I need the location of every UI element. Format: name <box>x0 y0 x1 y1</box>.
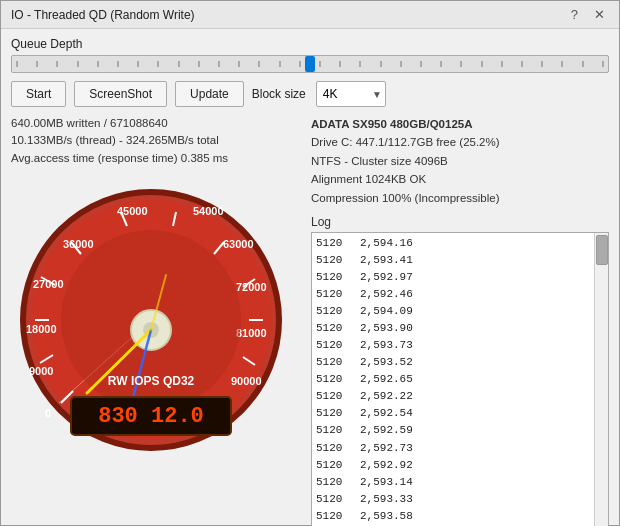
log-col-value: 2,592.46 <box>360 286 413 303</box>
content-area: Queue Depth Start Scr <box>1 29 619 526</box>
svg-text:0: 0 <box>45 407 51 419</box>
svg-text:90000: 90000 <box>231 375 262 387</box>
log-row: 51202,594.09 <box>316 303 604 320</box>
log-col-value: 2,593.41 <box>360 252 413 269</box>
block-size-select[interactable]: 4K 512B 1K 2K 8K 16K 32K 64K 128K 256K 5… <box>316 81 386 107</box>
log-col-iops: 5120 <box>316 491 352 508</box>
log-col-iops: 5120 <box>316 337 352 354</box>
log-row: 51202,593.33 <box>316 491 604 508</box>
help-button[interactable]: ? <box>567 7 582 22</box>
log-col-value: 2,592.54 <box>360 405 413 422</box>
log-col-iops: 5120 <box>316 354 352 371</box>
queue-slider-thumb[interactable] <box>305 56 315 72</box>
start-button[interactable]: Start <box>11 81 66 107</box>
block-size-wrapper: 4K 512B 1K 2K 8K 16K 32K 64K 128K 256K 5… <box>316 81 386 107</box>
device-info: ADATA SX950 480GB/Q0125A Drive C: 447.1/… <box>311 115 609 207</box>
log-row: 51202,592.54 <box>316 405 604 422</box>
gauge-area: 640.00MB written / 671088640 10.133MB/s … <box>11 115 301 526</box>
log-row: 51202,592.46 <box>316 286 604 303</box>
log-col-iops: 5120 <box>316 508 352 525</box>
log-col-iops: 5120 <box>316 303 352 320</box>
log-col-value: 2,592.22 <box>360 388 413 405</box>
svg-text:830 12.0: 830 12.0 <box>98 404 204 429</box>
device-alignment: Alignment 1024KB OK <box>311 170 609 188</box>
stat-speed: 10.133MB/s (thread) - 324.265MB/s total <box>11 132 301 149</box>
right-panel: ADATA SX950 480GB/Q0125A Drive C: 447.1/… <box>311 115 609 526</box>
block-size-label: Block size <box>252 87 306 101</box>
queue-label: Queue Depth <box>11 37 609 51</box>
queue-slider-track[interactable] <box>11 55 609 73</box>
scrollbar-thumb[interactable] <box>596 235 608 265</box>
svg-text:27000: 27000 <box>33 278 64 290</box>
gauge-container: 0 9000 18000 27000 36000 45000 54000 <box>11 175 291 455</box>
log-row: 51202,593.58 <box>316 508 604 525</box>
screenshot-button[interactable]: ScreenShot <box>74 81 167 107</box>
log-col-value: 2,593.90 <box>360 320 413 337</box>
stat-access-time: Avg.access time (response time) 0.385 ms <box>11 150 301 167</box>
log-col-value: 2,594.09 <box>360 303 413 320</box>
log-row: 51202,592.59 <box>316 422 604 439</box>
log-col-value: 2,594.16 <box>360 235 413 252</box>
log-col-iops: 5120 <box>316 286 352 303</box>
log-col-value: 2,593.58 <box>360 508 413 525</box>
update-button[interactable]: Update <box>175 81 244 107</box>
log-row: 51202,593.90 <box>316 320 604 337</box>
log-col-iops: 5120 <box>316 388 352 405</box>
log-row: 51202,592.22 <box>316 388 604 405</box>
stats-text: 640.00MB written / 671088640 10.133MB/s … <box>11 115 301 167</box>
log-row: 51202,593.41 <box>316 252 604 269</box>
window-title: IO - Threaded QD (Random Write) <box>11 8 195 22</box>
log-content[interactable]: 51202,594.1651202,593.4151202,592.975120… <box>312 233 608 526</box>
svg-text:81000: 81000 <box>236 327 267 339</box>
svg-text:54000: 54000 <box>193 205 224 217</box>
log-row: 51202,593.52 <box>316 354 604 371</box>
log-col-value: 2,592.97 <box>360 269 413 286</box>
log-row: 51202,594.16 <box>316 235 604 252</box>
title-bar: IO - Threaded QD (Random Write) ? ✕ <box>1 1 619 29</box>
svg-text:63000: 63000 <box>223 238 254 250</box>
log-col-iops: 5120 <box>316 474 352 491</box>
main-window: IO - Threaded QD (Random Write) ? ✕ Queu… <box>0 0 620 526</box>
log-row: 51202,592.73 <box>316 440 604 457</box>
log-row: 51202,592.97 <box>316 269 604 286</box>
log-row: 51202,592.92 <box>316 457 604 474</box>
log-col-value: 2,593.52 <box>360 354 413 371</box>
device-drive: Drive C: 447.1/112.7GB free (25.2%) <box>311 133 609 151</box>
svg-text:36000: 36000 <box>63 238 94 250</box>
log-col-iops: 5120 <box>316 371 352 388</box>
queue-section: Queue Depth <box>11 37 609 73</box>
log-col-value: 2,592.65 <box>360 371 413 388</box>
log-row: 51202,593.14 <box>316 474 604 491</box>
stat-written: 640.00MB written / 671088640 <box>11 115 301 132</box>
log-col-iops: 5120 <box>316 422 352 439</box>
svg-text:72000: 72000 <box>236 281 267 293</box>
log-col-iops: 5120 <box>316 320 352 337</box>
log-col-iops: 5120 <box>316 252 352 269</box>
log-scrollbar[interactable] <box>594 233 608 526</box>
log-col-iops: 5120 <box>316 269 352 286</box>
log-row: 51202,593.73 <box>316 337 604 354</box>
log-col-value: 2,592.59 <box>360 422 413 439</box>
log-col-iops: 5120 <box>316 405 352 422</box>
log-label: Log <box>311 215 609 229</box>
svg-text:9000: 9000 <box>29 365 53 377</box>
svg-text:18000: 18000 <box>26 323 57 335</box>
log-container[interactable]: 51202,594.1651202,593.4151202,592.975120… <box>311 232 609 526</box>
log-col-value: 2,593.14 <box>360 474 413 491</box>
log-col-value: 2,593.73 <box>360 337 413 354</box>
log-col-value: 2,592.92 <box>360 457 413 474</box>
gauge-svg: 0 9000 18000 27000 36000 45000 54000 <box>11 175 291 455</box>
log-col-iops: 5120 <box>316 440 352 457</box>
log-col-value: 2,592.73 <box>360 440 413 457</box>
log-col-iops: 5120 <box>316 457 352 474</box>
log-row: 51202,592.65 <box>316 371 604 388</box>
device-compression: Compression 100% (Incompressible) <box>311 189 609 207</box>
device-fs: NTFS - Cluster size 4096B <box>311 152 609 170</box>
log-col-iops: 5120 <box>316 235 352 252</box>
close-button[interactable]: ✕ <box>590 7 609 22</box>
svg-text:RW IOPS QD32: RW IOPS QD32 <box>108 374 195 388</box>
main-area: 640.00MB written / 671088640 10.133MB/s … <box>11 115 609 526</box>
controls-row: Start ScreenShot Update Block size 4K 51… <box>11 81 609 107</box>
log-col-value: 2,593.33 <box>360 491 413 508</box>
title-controls: ? ✕ <box>567 7 609 22</box>
